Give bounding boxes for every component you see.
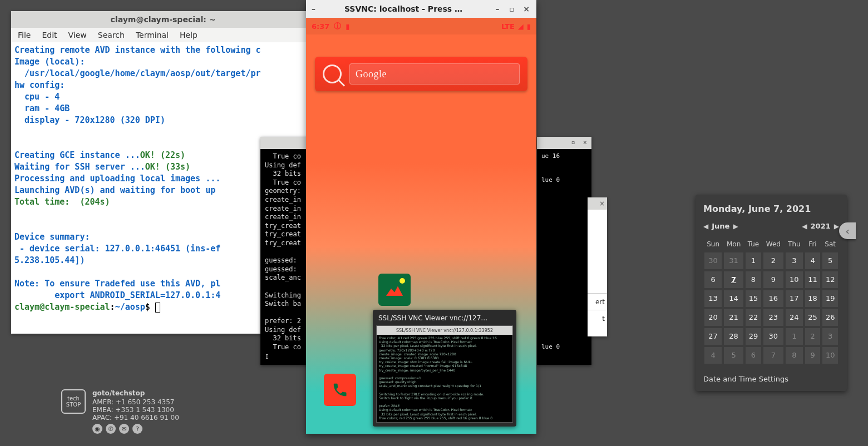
menu-file[interactable]: File (18, 31, 31, 39)
term-line: - device serial: 127.0.0.1:46451 (ins-ef (14, 244, 220, 254)
prompt-user: claym@claym-special (14, 302, 110, 312)
calendar-day[interactable]: 5 (723, 346, 744, 365)
weekday-header: Sat (821, 237, 839, 251)
logo-text: tech STOP (62, 395, 85, 408)
calendar-day[interactable]: 24 (785, 308, 804, 327)
prev-year-icon[interactable]: ◀ (802, 222, 807, 230)
minimize-icon[interactable]: ▫ (571, 138, 575, 147)
calendar-day[interactable]: 3 (821, 327, 839, 346)
weekday-header: Wed (762, 237, 785, 251)
phone-icon[interactable]: ✆ (106, 424, 116, 434)
window-titlebar[interactable]: ▫× (537, 137, 591, 149)
menu-search[interactable]: Search (98, 31, 125, 39)
term-line: export ANDROID_SERIAL=127.0.0.1:4 (14, 290, 220, 300)
techstop-link[interactable]: goto/techstop (92, 389, 179, 397)
weekday-header: Tue (744, 237, 762, 251)
minimize-icon[interactable]: – (493, 4, 502, 13)
calendar-day[interactable]: 1 (785, 327, 804, 346)
calendar-day[interactable]: 7 (762, 346, 785, 365)
calendar-day[interactable]: 22 (744, 308, 762, 327)
calendar-day[interactable]: 16 (762, 289, 785, 308)
chat-icon[interactable]: ✉ (119, 424, 129, 434)
window-titlebar[interactable]: × (588, 197, 607, 210)
background-terminal-b[interactable]: ▫× ue 16 lue 0 lue 0 (537, 137, 591, 365)
calendar-day[interactable]: 4 (703, 346, 723, 365)
calendar-day[interactable]: 6 (744, 346, 762, 365)
next-month-icon[interactable]: ▶ (733, 222, 738, 230)
calendar-day[interactable]: 27 (703, 327, 723, 346)
calendar-day[interactable]: 26 (821, 308, 839, 327)
calendar-day[interactable]: 11 (804, 270, 822, 289)
calendar-day[interactable]: 31 (723, 251, 744, 270)
window-menu-icon[interactable]: – (312, 4, 319, 13)
menu-help[interactable]: Help (180, 31, 198, 39)
calendar-day[interactable]: 10 (821, 346, 839, 365)
close-icon[interactable]: × (522, 4, 531, 13)
weekday-header: Sun (703, 237, 723, 251)
calendar-day[interactable]: 21 (723, 308, 744, 327)
fingerprint-icon[interactable]: ◉ (92, 424, 102, 434)
calendar-day[interactable]: 17 (785, 289, 804, 308)
close-icon[interactable]: × (583, 138, 587, 147)
calendar-day[interactable]: 13 (703, 289, 723, 308)
calendar-day[interactable]: 2 (804, 327, 822, 346)
next-year-icon[interactable]: ▶ (834, 222, 839, 230)
search-placeholder: Google (356, 68, 387, 80)
calendar-day[interactable]: 19 (821, 289, 839, 308)
calendar-day[interactable]: 6 (703, 270, 723, 289)
thumb-text: True color; #1 red 255 green 255 blue 25… (379, 336, 510, 420)
term-line: /usr/local/google/home/claym/aosp/out/ta… (14, 68, 261, 78)
calendar-day[interactable]: 14 (723, 289, 744, 308)
menu-view[interactable]: View (68, 31, 87, 39)
calendar-day[interactable]: 2 (762, 251, 785, 270)
year-label[interactable]: 2021 (811, 222, 831, 230)
calendar-day[interactable]: 9 (804, 346, 822, 365)
calendar-day[interactable]: 25 (804, 308, 822, 327)
panel-collapse-icon[interactable]: ‹ (839, 222, 856, 239)
calendar-day[interactable]: 18 (804, 289, 822, 308)
help-icon[interactable]: ? (132, 424, 142, 434)
maximize-icon[interactable]: ▫ (507, 4, 516, 13)
search-icon (323, 65, 342, 83)
calendar-day[interactable]: 5 (821, 251, 839, 270)
dialog-button[interactable]: t (588, 310, 607, 326)
search-field[interactable]: Google (349, 63, 520, 85)
phone-handset-icon (332, 381, 348, 398)
calendar-day[interactable]: 30 (703, 251, 723, 270)
close-icon[interactable]: × (599, 200, 605, 207)
gallery-app-icon[interactable] (378, 274, 411, 306)
preview-thumbnail[interactable]: SSL/SSH VNC Viewer vnc://127.0.0.1:33952… (376, 325, 513, 423)
dialog-button[interactable]: ert (588, 293, 607, 310)
android-screen[interactable]: 6:37 ⓘ ▮ LTE ◢ ▮ Google SSL/SSH VNC View… (306, 18, 536, 434)
calendar-grid: SunMonTueWedThuFriSat 303112345678910111… (703, 237, 839, 365)
menu-terminal[interactable]: Terminal (136, 31, 169, 39)
calendar-day[interactable]: 8 (785, 346, 804, 365)
weekday-row: SunMonTueWedThuFriSat (703, 237, 839, 251)
menu-edit[interactable]: Edit (42, 31, 57, 39)
calendar-day[interactable]: 20 (703, 308, 723, 327)
month-label[interactable]: June (712, 222, 729, 230)
calendar-day[interactable]: 12 (821, 270, 839, 289)
prev-month-icon[interactable]: ◀ (703, 222, 708, 230)
calendar-day[interactable]: 7 (723, 270, 744, 289)
google-search-widget[interactable]: Google (315, 57, 527, 91)
ssvnc-titlebar[interactable]: – SSVNC: localhost - Press … – ▫ × (306, 0, 536, 18)
calendar-day[interactable]: 30 (762, 327, 785, 346)
calendar-day[interactable]: 23 (762, 308, 785, 327)
calendar-day[interactable]: 3 (785, 251, 804, 270)
terminal-titlebar[interactable]: claym@claym-special: ~ (11, 11, 307, 28)
techstop-phone-amer: AMER: +1 650 253 4357 (92, 398, 179, 406)
calendar-day[interactable]: 9 (762, 270, 785, 289)
signal-icon: ◢ (518, 22, 524, 31)
network-label: LTE (501, 22, 515, 31)
calendar-day[interactable]: 29 (744, 327, 762, 346)
calendar-day[interactable]: 4 (804, 251, 822, 270)
taskbar-preview[interactable]: SSL/SSH VNC Viewer vnc://127… SSL/SSH VN… (373, 310, 516, 427)
calendar-day[interactable]: 8 (744, 270, 762, 289)
calendar-day[interactable]: 28 (723, 327, 744, 346)
phone-app-icon[interactable] (324, 374, 356, 406)
date-time-settings-link[interactable]: Date and Time Settings (703, 375, 839, 383)
calendar-day[interactable]: 1 (744, 251, 762, 270)
calendar-day[interactable]: 15 (744, 289, 762, 308)
calendar-day[interactable]: 10 (785, 270, 804, 289)
